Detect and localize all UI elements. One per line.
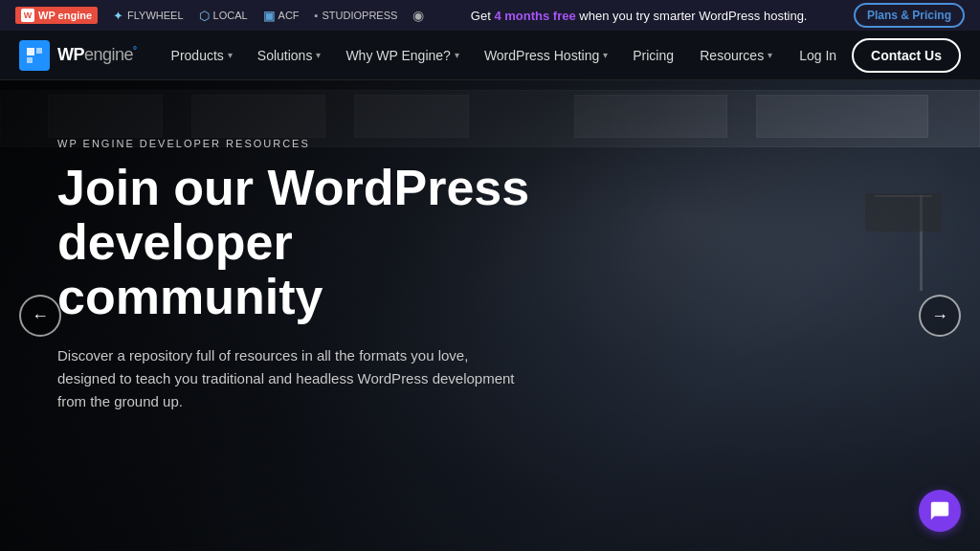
wpengine-logo: W WP engine [15,7,98,24]
nav-why-wpengine[interactable]: Why WP Engine? ▾ [334,42,470,69]
promo-highlight: 4 months free [494,9,575,23]
flywheel-logo: ✦ FLYWHEEL [113,9,183,23]
chat-icon [929,500,950,521]
studiopress-logo: ▪ STUDIOPRESS [315,10,398,21]
hero-next-button[interactable]: → [919,295,961,337]
promo-text: Get 4 months free when you try smarter W… [424,9,854,23]
hero-label: WP ENGINE DEVELOPER RESOURCES [57,138,529,149]
svg-rect-2 [27,57,33,63]
hero-description: Discover a repository full of resources … [57,344,517,413]
hero-content: WP ENGINE DEVELOPER RESOURCES Join our W… [57,138,529,413]
nav-solutions[interactable]: Solutions ▾ [246,42,333,69]
flywheel-icon: ✦ [113,9,123,23]
nav-right: Resources ▾ Log In Contact Us [688,38,961,73]
wp-icon: W [21,9,34,22]
announcement-bar: W WP engine ✦ FLYWHEEL ⬡ LOCAL ▣ ACF ▪ S… [0,0,980,31]
hosting-chevron-icon: ▾ [603,50,608,60]
svg-rect-1 [36,48,42,54]
login-link[interactable]: Log In [799,48,836,63]
nav-resources[interactable]: Resources ▾ [688,42,784,69]
brand5-logo: ◉ [412,8,424,23]
why-wpengine-chevron-icon: ▾ [455,50,459,60]
partner-logos: W WP engine ✦ FLYWHEEL ⬡ LOCAL ▣ ACF ▪ S… [15,7,424,24]
local-logo: ⬡ LOCAL [199,9,248,23]
solutions-chevron-icon: ▾ [316,50,321,60]
plans-pricing-button[interactable]: Plans & Pricing [854,3,965,28]
logo-icon [19,40,50,71]
local-icon: ⬡ [199,9,210,23]
studiopress-icon: ▪ [315,10,319,21]
main-navigation: WPengine° Products ▾ Solutions ▾ Why WP … [0,31,980,80]
acf-icon: ▣ [263,9,275,23]
logo-wordmark: WPengine° [57,45,137,65]
arrow-left-icon: ← [32,306,49,326]
nav-products[interactable]: Products ▾ [160,42,244,69]
nav-wp-hosting[interactable]: WordPress Hosting ▾ [473,42,619,69]
chat-widget-button[interactable] [919,490,961,532]
contact-us-button[interactable]: Contact Us [852,38,961,73]
nav-items: Products ▾ Solutions ▾ Why WP Engine? ▾ … [160,42,689,69]
svg-rect-0 [27,48,34,55]
hero-section: WP ENGINE DEVELOPER RESOURCES Join our W… [0,80,980,551]
products-chevron-icon: ▾ [228,50,233,60]
acf-logo: ▣ ACF [263,9,300,23]
nav-pricing[interactable]: Pricing [621,42,685,69]
wpengine-label: WP engine [38,10,92,21]
site-logo[interactable]: WPengine° [19,40,137,71]
hero-prev-button[interactable]: ← [19,295,61,337]
arrow-right-icon: → [931,306,948,326]
brand5-icon: ◉ [412,8,424,23]
resources-chevron-icon: ▾ [768,50,772,60]
hero-title: Join our WordPress developer community [57,161,529,325]
